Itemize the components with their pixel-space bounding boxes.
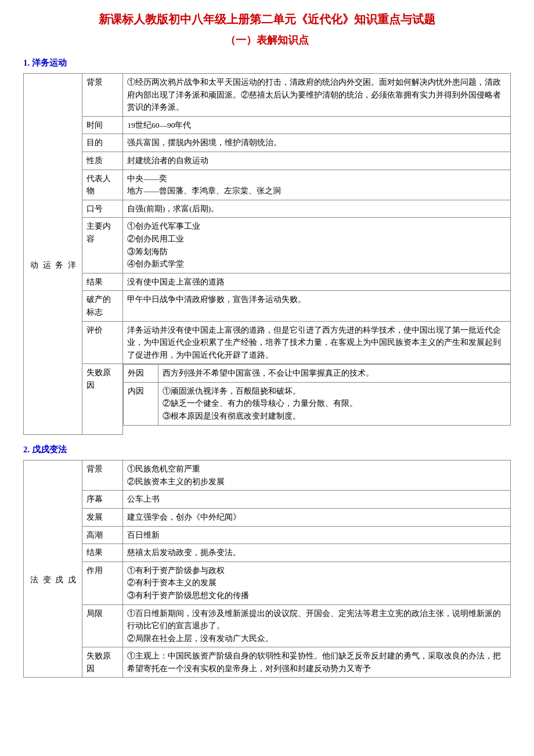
val-evaluation: 洋务运动并没有使中国走上富强的道路，但是它引进了西方先进的科学技术，使中国出现了… xyxy=(123,321,511,364)
val-content: ①创办近代军事工业②创办民用工业③筹划海防④创办新式学堂 xyxy=(123,218,511,273)
main-title: 新课标人教版初中八年级上册第二单元《近代化》知识重点与试题 xyxy=(23,12,511,27)
section2-title: 2. 戊戌变法 xyxy=(23,444,511,455)
val-nature: 封建统治者的自救运动 xyxy=(123,152,511,170)
table-row: 外因 西方列强并不希望中国富强，不会让中国掌握真正的技术。 xyxy=(124,365,510,383)
val-effect: ①有利于资产阶级参与政权②有利于资本主义的发展③有利于资产阶级思想文化的传播 xyxy=(123,561,511,604)
key-effect: 作用 xyxy=(82,561,123,604)
val-limitation: ①百日维新期间，没有涉及维新派提出的设议院、开国会、定宪法等君主立宪的政治主张，… xyxy=(123,604,511,647)
val-result2: 慈禧太后发动政变，扼杀变法。 xyxy=(123,544,511,562)
key-develop: 发展 xyxy=(82,508,123,526)
val-purpose: 强兵富国，摆脱内外困境，维护清朝统治。 xyxy=(123,134,511,152)
key-time: 时间 xyxy=(82,116,123,134)
val-prelude: 公车上书 xyxy=(123,491,511,509)
key-background: 背景 xyxy=(82,74,123,117)
sub-title: （一）表解知识点 xyxy=(23,33,511,47)
key-external: 外因 xyxy=(124,365,158,383)
val-representatives: 中央——奕地方——曾国藩、李鸿章、左宗棠、张之洞 xyxy=(123,170,511,200)
key-failure-reason: 失败原因 xyxy=(82,364,123,435)
table-row: 发展 建立强学会，创办《中外纪闻》 xyxy=(24,508,511,526)
table-row: 结果 没有使中国走上富强的道路 xyxy=(24,273,511,291)
key-prelude: 序幕 xyxy=(82,491,123,509)
section1-table: 洋务运动 背景 ①经历两次鸦片战争和太平天国运动的打击，清政府的统治内外交困。面… xyxy=(23,73,511,435)
key-slogan: 口号 xyxy=(82,200,123,218)
key-nature: 性质 xyxy=(82,152,123,170)
table-row: 主要内容 ①创办近代军事工业②创办民用工业③筹划海防④创办新式学堂 xyxy=(24,218,511,273)
key-bg2: 背景 xyxy=(82,460,123,491)
key-bankruptcy: 破产的标志 xyxy=(82,291,123,321)
table-row: 内因 ①顽固派仇视洋务，百般阻挠和破坏。②缺乏一个健全、有力的领导核心，力量分散… xyxy=(124,382,510,425)
table-row: 序幕 公车上书 xyxy=(24,491,511,509)
key-result: 结果 xyxy=(82,273,123,291)
key-climax: 高潮 xyxy=(82,526,123,544)
table-row: 代表人物 中央——奕地方——曾国藩、李鸿章、左宗棠、张之洞 xyxy=(24,170,511,200)
vertical-label-yangwu: 洋务运动 xyxy=(24,74,82,435)
table-row: 失败原因 ①主观上：中国民族资产阶级自身的软弱性和妥协性。他们缺乏反帝反封建的勇… xyxy=(24,647,511,678)
key-evaluation: 评价 xyxy=(82,321,123,364)
table-row: 局限 ①百日维新期间，没有涉及维新派提出的设议院、开国会、定宪法等君主立宪的政治… xyxy=(24,604,511,647)
table-row: 性质 封建统治者的自救运动 xyxy=(24,152,511,170)
table-row: 作用 ①有利于资产阶级参与政权②有利于资本主义的发展③有利于资产阶级思想文化的传… xyxy=(24,561,511,604)
val-result: 没有使中国走上富强的道路 xyxy=(123,273,511,291)
table-row-failure: 失败原因 外因 西方列强并不希望中国富强，不会让中国掌握真正的技术。 内因 ①顽… xyxy=(24,364,511,435)
val-bankruptcy: 甲午中日战争中清政府惨败，宣告洋务运动失败。 xyxy=(123,291,511,321)
table-row: 破产的标志 甲午中日战争中清政府惨败，宣告洋务运动失败。 xyxy=(24,291,511,321)
table-row: 结果 慈禧太后发动政变，扼杀变法。 xyxy=(24,544,511,562)
vertical-label-wuxu: 戊戌变法 xyxy=(24,460,82,678)
table-row: 高潮 百日维新 xyxy=(24,526,511,544)
key-representatives: 代表人物 xyxy=(82,170,123,200)
val-internal: ①顽固派仇视洋务，百般阻挠和破坏。②缺乏一个健全、有力的领导核心，力量分散、有限… xyxy=(158,382,510,425)
key-purpose: 目的 xyxy=(82,134,123,152)
table-row: 时间 19世纪60—90年代 xyxy=(24,116,511,134)
key-failure2: 失败原因 xyxy=(82,647,123,678)
val-slogan: 自强(前期)，求富(后期)。 xyxy=(123,200,511,218)
val-bg2: ①民族危机空前严重②民族资本主义的初步发展 xyxy=(123,460,511,491)
table-row: 戊戌变法 背景 ①民族危机空前严重②民族资本主义的初步发展 xyxy=(24,460,511,491)
val-failure2: ①主观上：中国民族资产阶级自身的软弱性和妥协性。他们缺乏反帝反封建的勇气，采取改… xyxy=(123,647,511,678)
table-row: 洋务运动 背景 ①经历两次鸦片战争和太平天国运动的打击，清政府的统治内外交困。面… xyxy=(24,74,511,117)
val-background: ①经历两次鸦片战争和太平天国运动的打击，清政府的统治内外交困。面对如何解决内忧外… xyxy=(123,74,511,117)
val-time: 19世纪60—90年代 xyxy=(123,116,511,134)
table-row: 目的 强兵富国，摆脱内外困境，维护清朝统治。 xyxy=(24,134,511,152)
val-develop: 建立强学会，创办《中外纪闻》 xyxy=(123,508,511,526)
section1-title: 1. 洋务运动 xyxy=(23,57,511,69)
key-limitation: 局限 xyxy=(82,604,123,647)
key-content: 主要内容 xyxy=(82,218,123,273)
val-climax: 百日维新 xyxy=(123,526,511,544)
key-internal: 内因 xyxy=(124,382,158,425)
key-result2: 结果 xyxy=(82,544,123,562)
table-row: 口号 自强(前期)，求富(后期)。 xyxy=(24,200,511,218)
val-external: 西方列强并不希望中国富强，不会让中国掌握真正的技术。 xyxy=(158,365,510,383)
section2-table: 戊戌变法 背景 ①民族危机空前严重②民族资本主义的初步发展 序幕 公车上书 发展… xyxy=(23,460,511,678)
table-row: 评价 洋务运动并没有使中国走上富强的道路，但是它引进了西方先进的科学技术，使中国… xyxy=(24,321,511,364)
